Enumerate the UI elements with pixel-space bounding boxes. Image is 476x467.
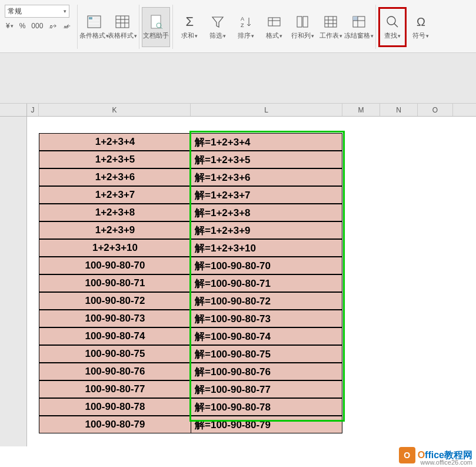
conditional-format-icon (86, 14, 102, 30)
col-header-O[interactable]: O (418, 104, 453, 116)
row-number-column (0, 117, 27, 446)
cell-k[interactable]: 1+2+3+5 (39, 151, 191, 168)
table-row: 1+2+3+8解=1+2+3+8 (39, 204, 342, 221)
cell-k[interactable]: 100-90-80-76 (39, 363, 191, 380)
table-row: 100-90-80-76解=100-90-80-76 (39, 363, 342, 380)
number-format-dropdown[interactable]: 常规 ▾ (5, 5, 69, 18)
cell-l[interactable]: 解=100-90-80-71 (191, 274, 342, 292)
col-header-L[interactable]: L (191, 104, 342, 116)
freeze-icon (352, 14, 366, 30)
cell-k[interactable]: 100-90-80-73 (39, 310, 191, 327)
select-all-corner[interactable] (0, 104, 27, 116)
table-row: 100-90-80-79解=100-90-80-79 (39, 416, 342, 433)
filter-button[interactable]: 筛选▾ (204, 7, 232, 47)
conditional-format-button[interactable]: 条件格式▾ (80, 7, 108, 47)
table-row: 1+2+3+10解=1+2+3+10 (39, 239, 342, 257)
table-row: 1+2+3+5解=1+2+3+5 (39, 151, 342, 168)
omega-icon: Ω (417, 14, 425, 30)
format-button[interactable]: 格式▾ (260, 7, 288, 47)
table-row: 1+2+3+7解=1+2+3+7 (39, 186, 342, 204)
cell-k[interactable]: 1+2+3+8 (39, 204, 191, 221)
worksheet-button[interactable]: 工作表▾ (317, 7, 345, 47)
col-header-K[interactable]: K (39, 104, 191, 116)
increase-decimal-button[interactable]: .00 (62, 21, 72, 31)
cell-l[interactable]: 解=100-90-80-73 (191, 310, 342, 327)
table-row: 100-90-80-74解=100-90-80-74 (39, 327, 342, 345)
cell-l[interactable]: 解=100-90-80-74 (191, 327, 342, 345)
sort-icon: AZ (239, 14, 252, 30)
svg-rect-27 (353, 16, 358, 21)
cell-k[interactable]: 100-90-80-77 (39, 380, 191, 398)
formula-bar-area (0, 53, 476, 104)
format-icon (267, 14, 281, 30)
table-row: 1+2+3+9解=1+2+3+9 (39, 221, 342, 239)
cell-k[interactable]: 1+2+3+10 (39, 239, 191, 257)
cell-l[interactable]: 解=100-90-80-78 (191, 398, 342, 416)
cell-k[interactable]: 1+2+3+6 (39, 168, 191, 186)
svg-rect-20 (303, 16, 308, 27)
table-style-icon (115, 14, 130, 30)
sum-button[interactable]: Σ 求和▾ (175, 7, 204, 47)
find-button[interactable]: 查找▾ (378, 7, 407, 47)
cell-k[interactable]: 100-90-80-79 (39, 416, 191, 433)
cell-k[interactable]: 1+2+3+9 (39, 221, 191, 239)
cell-k[interactable]: 100-90-80-70 (39, 257, 191, 274)
percent-button[interactable]: % (18, 21, 27, 31)
sort-button[interactable]: AZ 排序▾ (232, 7, 260, 47)
svg-text:.0: .0 (49, 25, 52, 29)
styles-group: 条件格式▾ 表格样式▾ (78, 5, 139, 49)
cell-k[interactable]: 1+2+3+7 (39, 186, 191, 204)
cell-grid[interactable]: 1+2+3+4解=1+2+3+41+2+3+5解=1+2+3+51+2+3+6解… (27, 117, 476, 446)
cell-l[interactable]: 解=100-90-80-72 (191, 292, 342, 310)
comma-button[interactable]: 000 (30, 21, 44, 31)
cell-k[interactable]: 1+2+3+4 (39, 133, 191, 151)
table-row: 100-90-80-72解=100-90-80-72 (39, 292, 342, 310)
doc-helper-icon (149, 14, 163, 30)
cell-l[interactable]: 解=100-90-80-75 (191, 345, 342, 363)
rowcol-button[interactable]: 行和列▾ (288, 7, 317, 47)
svg-rect-5 (89, 21, 99, 23)
funnel-icon (211, 14, 224, 30)
office-logo-icon: O (399, 447, 415, 463)
symbol-button[interactable]: Ω 符号▾ (407, 7, 435, 47)
number-format-group: 常规 ▾ ¥▾ % 000 .0 .00 (0, 5, 78, 49)
cell-l[interactable]: 解=100-90-80-77 (191, 380, 342, 398)
cell-l[interactable]: 解=1+2+3+10 (191, 239, 342, 257)
cell-l[interactable]: 解=100-90-80-76 (191, 363, 342, 380)
svg-rect-6 (89, 24, 99, 27)
chevron-down-icon: ▾ (64, 8, 66, 14)
cell-l[interactable]: 解=1+2+3+7 (191, 186, 342, 204)
cell-k[interactable]: 100-90-80-78 (39, 398, 191, 416)
cell-k[interactable]: 100-90-80-71 (39, 274, 191, 292)
cell-k[interactable]: 100-90-80-72 (39, 292, 191, 310)
svg-rect-3 (89, 17, 92, 19)
table-row: 100-90-80-77解=100-90-80-77 (39, 380, 342, 398)
table-row: 100-90-80-71解=100-90-80-71 (39, 274, 342, 292)
table-row: 100-90-80-78解=100-90-80-78 (39, 398, 342, 416)
decrease-decimal-button[interactable]: .0 (48, 21, 58, 31)
table-row: 1+2+3+6解=1+2+3+6 (39, 168, 342, 186)
cell-k[interactable]: 100-90-80-75 (39, 345, 191, 363)
doc-helper-button[interactable]: 文档助手 (142, 7, 170, 47)
cell-l[interactable]: 解=1+2+3+4 (191, 133, 342, 151)
col-header-N[interactable]: N (380, 104, 418, 116)
svg-rect-19 (297, 16, 302, 27)
sigma-icon: Σ (186, 14, 194, 30)
cell-l[interactable]: 解=100-90-80-70 (191, 257, 342, 274)
rowcol-icon (296, 14, 309, 30)
data-table: 1+2+3+4解=1+2+3+41+2+3+5解=1+2+3+51+2+3+6解… (39, 133, 342, 433)
cell-l[interactable]: 解=1+2+3+8 (191, 204, 342, 221)
cell-l[interactable]: 解=1+2+3+5 (191, 151, 342, 168)
col-header-J[interactable]: J (27, 104, 39, 116)
currency-button[interactable]: ¥▾ (5, 21, 15, 31)
svg-rect-4 (94, 17, 99, 19)
svg-text:Z: Z (241, 22, 244, 28)
cell-k[interactable]: 100-90-80-74 (39, 327, 191, 345)
table-style-button[interactable]: 表格样式▾ (108, 7, 137, 47)
svg-rect-7 (116, 16, 129, 28)
cell-l[interactable]: 解=1+2+3+9 (191, 221, 342, 239)
cell-l[interactable]: 解=100-90-80-79 (191, 416, 342, 433)
freeze-button[interactable]: 冻结窗格▾ (345, 7, 373, 47)
col-header-M[interactable]: M (342, 104, 380, 116)
cell-l[interactable]: 解=1+2+3+6 (191, 168, 342, 186)
